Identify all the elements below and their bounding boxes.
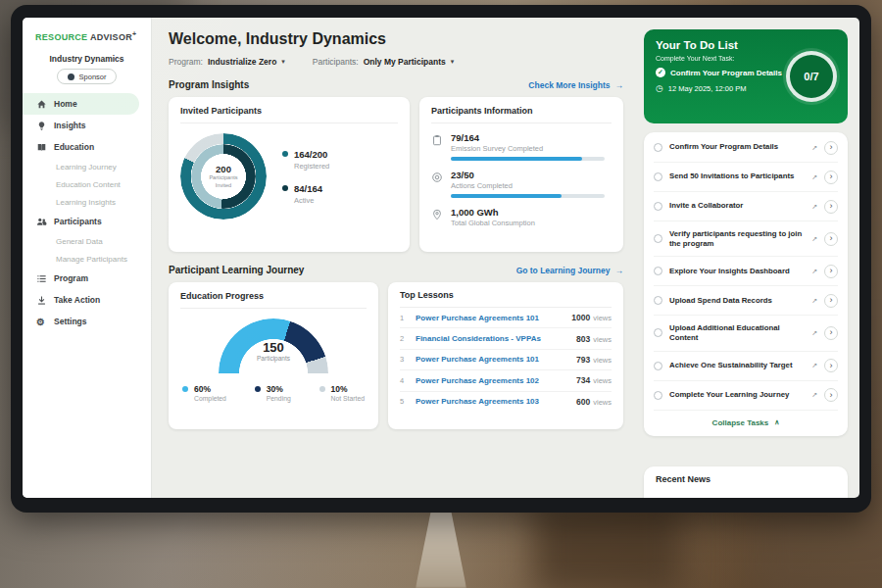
task-checkbox[interactable] <box>654 267 662 275</box>
task-open-button[interactable]: › <box>824 294 838 308</box>
todo-progress-value: 0/7 <box>804 71 818 82</box>
sidebar-item-participants[interactable]: Participants <box>23 211 151 232</box>
task-checkbox[interactable] <box>654 202 662 211</box>
lesson-row[interactable]: 5 Power Purchase Agreements 103 600views <box>400 392 612 412</box>
invited-donut-center: 200 Participants Invited <box>202 155 245 198</box>
sidebar-item-learning-journey[interactable]: Learning Journey <box>23 158 151 175</box>
task-open-button[interactable]: › <box>824 141 838 155</box>
task-open-button[interactable]: › <box>824 171 838 184</box>
insights-cards-row: Invited Participants 200 Participants In… <box>169 97 623 252</box>
invited-legend: 164/200 Registered 84/164 Active <box>282 149 329 205</box>
users-icon <box>36 217 47 227</box>
task-open-button[interactable]: › <box>824 388 838 402</box>
sponsor-badge[interactable]: Sponsor <box>57 69 118 84</box>
participants-filter[interactable]: Participants: Only My Participants ▾ <box>313 57 454 67</box>
main-content: Welcome, Industry Dynamics Program: Indu… <box>152 18 638 498</box>
chevron-right-icon: › <box>830 362 833 370</box>
sidebar-item-education[interactable]: Education <box>23 136 151 158</box>
task-row[interactable]: Send 50 Invitations to Participants ↗ › <box>654 163 838 192</box>
lesson-link[interactable]: Power Purchase Agreements 101 <box>416 314 564 322</box>
sponsor-label: Sponsor <box>79 73 107 81</box>
lesson-link[interactable]: Power Purchase Agreements 103 <box>416 397 568 406</box>
chevron-down-icon: ▾ <box>451 58 455 66</box>
task-checkbox[interactable] <box>654 296 662 305</box>
task-row[interactable]: Complete Your Learning Journey ↗ › <box>654 381 838 411</box>
chevron-right-icon: › <box>830 202 833 211</box>
download-icon <box>36 295 47 306</box>
chevron-right-icon: › <box>830 296 833 305</box>
task-checkbox[interactable] <box>654 362 662 370</box>
sidebar-item-settings[interactable]: ⚙ Settings <box>23 311 151 332</box>
task-checkbox[interactable] <box>654 143 662 152</box>
task-row[interactable]: Upload Spend Data Records ↗ › <box>654 286 838 316</box>
top-lessons-card: Top Lessons 1 Power Purchase Agreements … <box>388 282 623 429</box>
background-blur <box>534 505 681 588</box>
sidebar-item-education-content[interactable]: Education Content <box>23 175 151 193</box>
lesson-link[interactable]: Power Purchase Agreements 101 <box>416 355 568 364</box>
chevron-right-icon: › <box>830 234 833 243</box>
task-checkbox[interactable] <box>654 328 662 337</box>
task-row[interactable]: Verify participants requesting to join t… <box>654 221 838 257</box>
invited-participants-card: Invited Participants 200 Participants In… <box>169 97 410 252</box>
check-circle-icon: ✓ <box>656 68 665 77</box>
task-checkbox[interactable] <box>654 172 662 181</box>
recent-news-card[interactable]: Recent News <box>644 466 848 498</box>
lesson-link[interactable]: Financial Considerations - VPPAs <box>416 334 568 343</box>
sidebar: RESOURCE ADVISOR+ Industry Dynamics Spon… <box>23 18 152 498</box>
program-filter-value: Industrialize Zero <box>208 57 276 67</box>
sidebar-item-take-action[interactable]: Take Action <box>23 289 151 311</box>
lesson-row[interactable]: 3 Power Purchase Agreements 101 793views <box>400 350 612 370</box>
arrow-right-icon: → <box>615 266 624 275</box>
stat-global-consumption: 1,000 GWh Total Global Consumption <box>431 207 612 227</box>
program-insights-title: Program Insights <box>169 79 249 90</box>
chevron-right-icon: › <box>830 143 833 152</box>
legend-dot <box>182 386 188 392</box>
progress-bar-fill <box>451 157 582 161</box>
lesson-row[interactable]: 1 Power Purchase Agreements 101 1000view… <box>400 308 612 328</box>
chevron-right-icon: › <box>830 267 833 275</box>
task-checkbox[interactable] <box>654 234 662 243</box>
invited-participants-donut-chart: 200 Participants Invited <box>180 133 267 220</box>
screen: RESOURCE ADVISOR+ Industry Dynamics Spon… <box>23 18 859 498</box>
participants-information-card: Participants Information 79/164 Emission… <box>419 97 623 252</box>
sidebar-item-insights[interactable]: Insights <box>23 115 151 136</box>
task-row[interactable]: Upload Additional Educational Content ↗ … <box>654 316 838 351</box>
external-link-icon: ↗ <box>811 297 817 305</box>
task-open-button[interactable]: › <box>824 326 838 340</box>
clock-icon: ◷ <box>656 84 663 93</box>
learning-journey-header: Participant Learning Journey Go to Learn… <box>169 265 623 275</box>
chevron-up-icon: ∧ <box>774 418 779 426</box>
lesson-row[interactable]: 2 Financial Considerations - VPPAs 803vi… <box>400 328 612 349</box>
todo-title: Your To Do List <box>656 39 836 51</box>
sidebar-item-general-data[interactable]: General Data <box>23 232 151 250</box>
sidebar-item-learning-insights[interactable]: Learning Insights <box>23 193 151 211</box>
task-open-button[interactable]: › <box>824 265 838 278</box>
legend-dot <box>319 386 325 392</box>
task-row[interactable]: Invite a Collaborator ↗ › <box>654 192 838 221</box>
clipboard-icon <box>431 134 443 146</box>
todo-next-task[interactable]: ✓ Confirm Your Program Details <box>656 68 788 77</box>
collapse-tasks-button[interactable]: Collapse Tasks ∧ <box>654 411 838 436</box>
chevron-down-icon: ▾ <box>281 58 285 66</box>
task-row[interactable]: Explore Your Insights Dashboard ↗ › <box>654 257 838 286</box>
lesson-link[interactable]: Power Purchase Agreements 102 <box>416 376 568 385</box>
sidebar-item-manage-participants[interactable]: Manage Participants <box>23 250 151 268</box>
go-to-learning-journey-link[interactable]: Go to Learning Journey → <box>516 266 623 275</box>
education-progress-title: Education Progress <box>180 291 367 309</box>
task-open-button[interactable]: › <box>824 359 838 372</box>
check-more-insights-link[interactable]: Check More Insights → <box>528 80 623 90</box>
education-gauge-legend: 60% Completed 30% Pending <box>180 384 367 402</box>
task-checkbox[interactable] <box>654 391 662 400</box>
task-row[interactable]: Confirm Your Program Details ↗ › <box>654 133 838 163</box>
chevron-right-icon: › <box>830 172 833 181</box>
arrow-right-icon: → <box>615 80 624 90</box>
participants-information-title: Participants Information <box>431 106 612 123</box>
external-link-icon: ↗ <box>811 144 817 152</box>
task-open-button[interactable]: › <box>824 200 838 214</box>
program-filter[interactable]: Program: Industrialize Zero ▾ <box>169 57 285 67</box>
sidebar-item-program[interactable]: Program <box>23 268 151 289</box>
lesson-row[interactable]: 4 Power Purchase Agreements 102 734views <box>400 370 612 391</box>
sidebar-item-home[interactable]: Home <box>23 93 139 115</box>
task-row[interactable]: Achieve One Sustainability Target ↗ › <box>654 352 838 381</box>
task-open-button[interactable]: › <box>824 232 838 246</box>
